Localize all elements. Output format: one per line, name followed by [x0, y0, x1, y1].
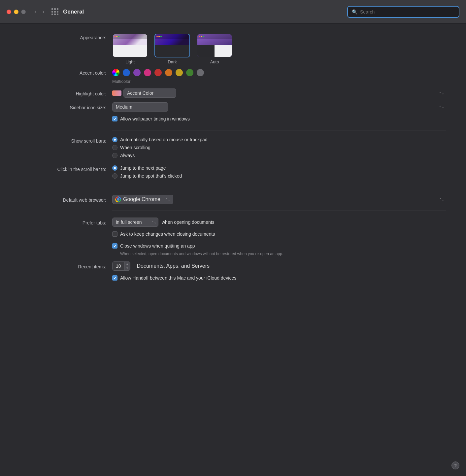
app-grid-icon[interactable] — [51, 8, 58, 15]
click-scroll-content: Jump to the next page Jump to the spot t… — [112, 165, 446, 181]
page-title: General — [63, 9, 84, 15]
wallpaper-tinting-spacer — [20, 119, 112, 120]
prefer-tabs-row: Prefer tabs: in full screen when opening… — [20, 218, 446, 227]
accent-color-multicolor[interactable] — [112, 69, 119, 76]
click-scroll-spot-radio[interactable] — [112, 173, 117, 179]
accent-color-red[interactable] — [154, 69, 162, 76]
close-windows-hint: When selected, open documents and window… — [120, 251, 292, 257]
highlight-color-select[interactable]: Accent Color — [123, 88, 176, 98]
accent-color-green[interactable] — [186, 69, 193, 76]
minimize-button[interactable] — [14, 10, 18, 14]
divider-3 — [112, 211, 446, 211]
accent-color-content: Multicolor — [112, 69, 446, 84]
search-icon: 🔍 — [352, 9, 357, 15]
appearance-options: Light — [112, 34, 446, 64]
click-scroll-row: Click in the scroll bar to: Jump to the … — [20, 165, 446, 181]
recent-items-content: 10 ▲ ▼ Documents, Apps, and Servers — [112, 261, 446, 271]
close-windows-content: Close windows when quitting an app When … — [112, 243, 446, 257]
titlebar: ‹ › General 🔍 — [0, 0, 466, 24]
sidebar-icon-size-select[interactable]: Medium — [112, 102, 168, 112]
prefer-tabs-content: in full screen when opening documents — [112, 218, 446, 227]
ask-keep-changes-checkbox[interactable] — [112, 231, 117, 237]
forward-button[interactable]: › — [40, 7, 46, 17]
appearance-option-light[interactable]: Light — [112, 34, 148, 64]
prefer-tabs-select-wrapper: in full screen — [112, 218, 158, 227]
help-button[interactable]: ? — [451, 461, 459, 469]
allow-handoff-row: Allow Handoff between this Mac and your … — [20, 275, 446, 283]
close-windows-checkbox-row: Close windows when quitting an app — [112, 243, 446, 249]
wallpaper-tinting-label: Allow wallpaper tinting in windows — [120, 116, 190, 121]
default-browser-value: Google Chrome — [123, 196, 160, 202]
sidebar-icon-size-row: Sidebar icon size: Medium — [20, 102, 446, 112]
appearance-option-auto[interactable]: Auto — [197, 34, 232, 64]
prefer-tabs-inline: in full screen when opening documents — [112, 218, 446, 227]
wallpaper-tinting-checkbox[interactable] — [112, 116, 117, 121]
stepper-arrows: ▲ ▼ — [124, 262, 130, 270]
sidebar-icon-size-label: Sidebar icon size: — [20, 104, 112, 110]
ask-keep-changes-row: Ask to keep changes when closing documen… — [20, 231, 446, 239]
appearance-option-dark[interactable]: Dark — [154, 34, 190, 64]
click-scroll-spot-radio-row: Jump to the spot that’s clicked — [112, 173, 446, 179]
allow-handoff-checkbox[interactable] — [112, 275, 117, 281]
appearance-thumbnail-dark — [154, 34, 190, 57]
click-scroll-label: Click in the scroll bar to: — [20, 165, 112, 172]
scroll-bars-label: Show scroll bars: — [20, 137, 112, 144]
default-browser-select[interactable]: Google Chrome ⌃⌄ — [112, 195, 173, 204]
scroll-always-radio[interactable] — [112, 153, 117, 158]
default-browser-label: Default web browser: — [20, 196, 112, 203]
accent-color-purple[interactable] — [133, 69, 141, 76]
wallpaper-tinting-row: Allow wallpaper tinting in windows — [20, 116, 446, 123]
accent-color-orange[interactable] — [165, 69, 172, 76]
accent-colors — [112, 69, 446, 76]
scroll-auto-label: Automatically based on mouse or trackpad — [120, 137, 208, 142]
stepper-up[interactable]: ▲ — [125, 262, 130, 266]
prefer-tabs-select[interactable]: in full screen — [112, 218, 158, 227]
click-scroll-next-radio[interactable] — [112, 165, 117, 171]
recent-items-suffix: Documents, Apps, and Servers — [137, 263, 210, 269]
search-box[interactable]: 🔍 — [347, 6, 459, 18]
allow-handoff-content: Allow Handoff between this Mac and your … — [112, 275, 446, 283]
appearance-content: Light — [112, 34, 446, 64]
scroll-scrolling-label: When scrolling — [120, 145, 150, 150]
back-button[interactable]: ‹ — [32, 7, 38, 17]
close-button[interactable] — [7, 10, 11, 14]
default-browser-row: Default web browser: Google Chrome ⌃⌄ — [20, 195, 446, 204]
sidebar-icon-size-content: Medium — [112, 102, 446, 112]
scroll-auto-radio[interactable] — [112, 137, 117, 142]
recent-items-row: Recent items: 10 ▲ ▼ Documents, Apps, an… — [20, 261, 446, 271]
scroll-always-radio-row: Always — [112, 153, 446, 158]
prefer-tabs-suffix: when opening documents — [162, 220, 215, 225]
chrome-icon — [115, 196, 121, 202]
close-windows-checkbox[interactable] — [112, 243, 117, 249]
highlight-color-select-wrapper: Accent Color — [112, 88, 446, 98]
highlight-color-swatch — [112, 90, 121, 96]
fullscreen-button[interactable] — [21, 10, 26, 14]
accent-color-yellow[interactable] — [176, 69, 183, 76]
scroll-bars-content: Automatically based on mouse or trackpad… — [112, 137, 446, 161]
accent-color-label: Accent color: — [20, 69, 112, 76]
close-windows-label: Close windows when quitting an app — [120, 243, 195, 249]
scroll-scrolling-radio[interactable] — [112, 145, 117, 150]
stepper-value: 10 — [113, 263, 124, 269]
allow-handoff-checkbox-row: Allow Handoff between this Mac and your … — [112, 275, 446, 281]
accent-color-blue[interactable] — [123, 69, 130, 76]
scroll-scrolling-radio-row: When scrolling — [112, 145, 446, 150]
radio-inner-dot — [114, 139, 116, 141]
checkmark-icon — [113, 117, 116, 120]
highlight-color-label: Highlight color: — [20, 90, 112, 96]
appearance-thumbnail-light — [112, 34, 148, 57]
search-input[interactable] — [360, 9, 455, 15]
prefer-tabs-label: Prefer tabs: — [20, 219, 112, 225]
accent-color-graphite[interactable] — [197, 69, 204, 76]
ask-keep-changes-spacer — [20, 234, 112, 236]
scroll-always-label: Always — [120, 153, 135, 158]
appearance-option-dark-label: Dark — [168, 59, 177, 64]
accent-color-pink[interactable] — [144, 69, 151, 76]
nav-arrows: ‹ › — [32, 7, 46, 17]
allow-handoff-label: Allow Handoff between this Mac and your … — [120, 275, 236, 281]
scroll-bars-row: Show scroll bars: Automatically based on… — [20, 137, 446, 161]
appearance-row: Appearance: — [20, 34, 446, 64]
scroll-auto-radio-row: Automatically based on mouse or trackpad — [112, 137, 446, 142]
stepper-down[interactable]: ▼ — [125, 266, 130, 270]
recent-items-stepper[interactable]: 10 ▲ ▼ — [112, 261, 130, 271]
